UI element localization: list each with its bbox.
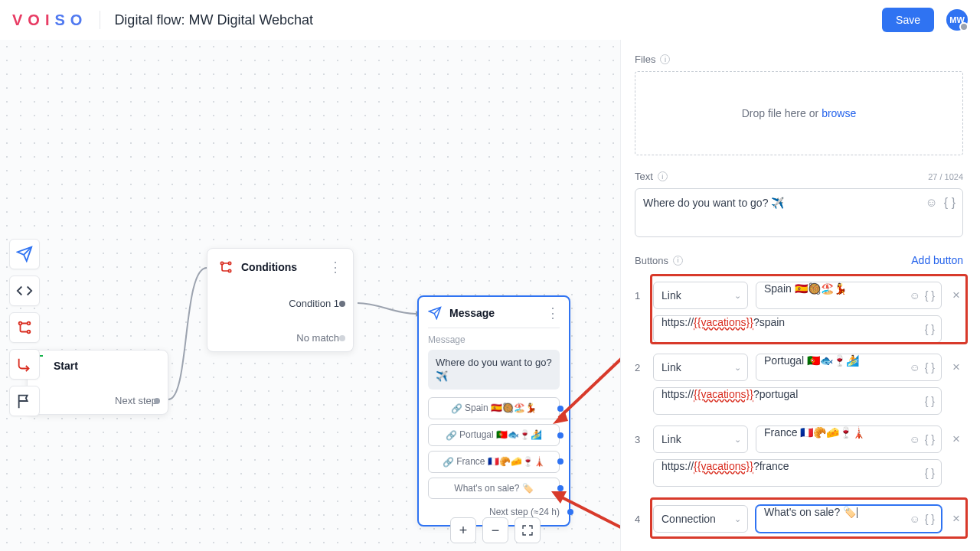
zoom-out-button[interactable]: − xyxy=(482,517,508,543)
node-toolbar xyxy=(9,239,40,416)
button-row-1: 1 Link⌄ Spain 🇪🇸🥘🏖️💃☺{ } × xyxy=(635,274,963,309)
avatar[interactable]: MW xyxy=(946,9,968,31)
tool-message-icon[interactable] xyxy=(9,239,40,269)
emoji-icon[interactable]: ☺ xyxy=(926,196,938,210)
zoom-controls: + − xyxy=(450,517,541,543)
svg-point-0 xyxy=(19,322,22,325)
chevron-down-icon: ⌄ xyxy=(734,291,741,301)
node-message-title: Message xyxy=(449,307,495,319)
node-message-next: Next step (≈24 h) xyxy=(428,507,560,517)
variable-icon[interactable]: { } xyxy=(925,467,935,479)
variable-icon[interactable]: { } xyxy=(925,433,935,445)
chip-spain: 🔗Spain 🇪🇸🥘🏖️💃 xyxy=(428,397,560,419)
zoom-in-button[interactable]: + xyxy=(450,517,476,543)
title-input-3[interactable]: France 🇫🇷🥐🧀🍷🗼☺{ } xyxy=(756,425,942,453)
node-message-menu[interactable]: ⋮ xyxy=(546,309,560,317)
info-icon[interactable]: i xyxy=(673,256,683,266)
message-text-input[interactable] xyxy=(635,188,963,237)
fullscreen-button[interactable] xyxy=(514,517,541,543)
url-input-1[interactable]: https://{{vacations}}?spain{ } xyxy=(653,315,942,343)
buttons-label: Buttonsi xyxy=(635,255,683,266)
type-select-1[interactable]: Link⌄ xyxy=(653,282,748,309)
svg-point-2 xyxy=(28,331,31,334)
files-label: Filesi xyxy=(635,54,963,65)
info-icon[interactable]: i xyxy=(658,171,668,181)
type-select-2[interactable]: Link⌄ xyxy=(653,354,748,381)
node-start-next: Next step xyxy=(38,395,157,406)
emoji-icon[interactable]: ☺ xyxy=(909,513,920,525)
url-input-3[interactable]: https://{{vacations}}?france{ } xyxy=(653,459,942,487)
remove-button-4[interactable]: × xyxy=(949,511,963,527)
title-input-2[interactable]: Portugal 🇵🇹🐟🍷🏄☺{ } xyxy=(756,354,942,381)
info-icon[interactable]: i xyxy=(660,54,670,64)
browse-link[interactable]: browse xyxy=(822,107,856,119)
chevron-down-icon: ⌄ xyxy=(734,514,741,524)
variable-icon[interactable]: { } xyxy=(925,513,935,525)
no-match-label: No match xyxy=(218,332,342,344)
condition-1-label: Condition 1 xyxy=(218,298,342,309)
node-start[interactable]: Start Next step xyxy=(27,350,168,415)
button-row-3: 3 Link⌄ France 🇫🇷🥐🧀🍷🗼☺{ } × xyxy=(635,425,963,453)
logo: VOISO xyxy=(12,11,86,29)
node-conditions-menu[interactable]: ⋮ xyxy=(328,263,342,271)
page-title: Digital flow: MW Digital Webchat xyxy=(114,12,313,28)
tool-code-icon[interactable] xyxy=(9,276,40,306)
message-bubble: Where do you want to go? ✈️ xyxy=(428,350,560,390)
text-counter: 27 / 1024 xyxy=(928,172,963,181)
remove-button-2[interactable]: × xyxy=(949,360,963,375)
variable-icon[interactable]: { } xyxy=(925,289,935,302)
save-button[interactable]: Save xyxy=(882,8,934,32)
variable-icon[interactable]: { } xyxy=(925,395,935,407)
tool-flag-icon[interactable] xyxy=(9,386,40,416)
svg-point-5 xyxy=(220,262,223,264)
divider xyxy=(100,11,100,29)
node-conditions[interactable]: Conditions ⋮ Condition 1 No match xyxy=(207,248,354,352)
variable-icon[interactable]: { } xyxy=(925,323,935,335)
flow-canvas[interactable]: Start Next step Conditions ⋮ Condition 1… xyxy=(0,40,620,551)
variable-icon[interactable]: { } xyxy=(925,361,935,373)
message-section-label: Message xyxy=(428,334,560,345)
add-button[interactable]: Add button xyxy=(911,254,963,266)
emoji-icon[interactable]: ☺ xyxy=(909,289,920,302)
title-input-4[interactable]: What's on sale? 🏷️☺{ } xyxy=(756,505,942,533)
tool-redirect-icon[interactable] xyxy=(9,349,40,380)
svg-point-1 xyxy=(28,322,31,325)
inspector-panel: Filesi Drop file here or browse Texti 27… xyxy=(620,40,980,551)
message-icon xyxy=(428,306,442,320)
chip-sale: What's on sale? 🏷️ xyxy=(428,478,560,499)
chip-france: 🔗France 🇫🇷🥐🧀🍷🗼 xyxy=(428,451,560,473)
text-label: Texti 27 / 1024 xyxy=(635,171,963,182)
svg-point-7 xyxy=(228,269,230,272)
url-input-2[interactable]: https://{{vacations}}?portugal{ } xyxy=(653,387,942,415)
button-row-4: 4 Connection⌄ What's on sale? 🏷️☺{ } × xyxy=(635,497,963,540)
title-input-1[interactable]: Spain 🇪🇸🥘🏖️💃☺{ } xyxy=(756,282,942,309)
variable-icon[interactable]: { } xyxy=(944,196,956,210)
chevron-down-icon: ⌄ xyxy=(734,363,741,373)
conditions-icon xyxy=(218,259,234,275)
node-message[interactable]: Message ⋮ Message Where do you want to g… xyxy=(417,295,570,527)
svg-point-6 xyxy=(228,262,230,264)
chevron-down-icon: ⌄ xyxy=(734,435,741,445)
chip-portugal: 🔗Portugal 🇵🇹🐟🍷🏄 xyxy=(428,424,560,446)
emoji-icon[interactable]: ☺ xyxy=(909,433,920,445)
tool-conditions-icon[interactable] xyxy=(9,312,40,343)
type-select-3[interactable]: Link⌄ xyxy=(653,425,748,453)
node-conditions-title: Conditions xyxy=(241,261,297,273)
node-start-title: Start xyxy=(54,360,157,372)
file-dropzone[interactable]: Drop file here or browse xyxy=(635,71,963,155)
remove-button-3[interactable]: × xyxy=(949,432,963,447)
remove-button-1[interactable]: × xyxy=(949,288,963,303)
button-row-2: 2 Link⌄ Portugal 🇵🇹🐟🍷🏄☺{ } × xyxy=(635,354,963,381)
emoji-icon[interactable]: ☺ xyxy=(909,361,920,373)
type-select-4[interactable]: Connection⌄ xyxy=(653,505,748,533)
header: VOISO Digital flow: MW Digital Webchat S… xyxy=(0,0,980,40)
